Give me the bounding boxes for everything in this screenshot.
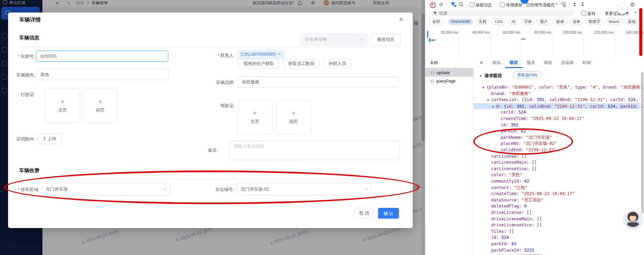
whitelist-type-select[interactable]: 白名单车辆 ∨ bbox=[301, 34, 367, 45]
edit-info-button[interactable]: 修改信息 bbox=[371, 34, 401, 45]
filter-chip-文档[interactable]: 文档 bbox=[475, 19, 489, 25]
payload-line[interactable]: brand: "本田雅阁" bbox=[491, 91, 531, 97]
filter-funnel-icon[interactable] bbox=[451, 2, 456, 7]
drive-upload-vice[interactable]: + 副页 bbox=[276, 100, 311, 135]
license-upload-main[interactable]: + 主页 bbox=[45, 88, 80, 123]
tab-载荷[interactable]: 载荷 bbox=[505, 57, 522, 68]
park-area-select[interactable]: 北门停车场 ∨ bbox=[41, 183, 170, 195]
filter-chip-CSS[interactable]: CSS bbox=[492, 19, 506, 25]
contact-source-button[interactable]: 获取员工数据 bbox=[283, 59, 319, 68]
filter-chip-套接字[interactable]: 套接字 bbox=[585, 19, 603, 25]
timeline-ruler[interactable]: 20,000 ms40,000 ms60,000 ms80,000 ms100,… bbox=[425, 26, 644, 58]
payload-line[interactable]: carId: 524 bbox=[501, 109, 526, 115]
cancel-button[interactable]: 取 消 bbox=[354, 208, 374, 219]
record-icon[interactable] bbox=[430, 2, 436, 8]
payload-line[interactable]: id: 524 bbox=[491, 234, 509, 241]
payload-line[interactable]: dataSource: "员工添加" bbox=[491, 197, 543, 203]
tab-预览[interactable]: 预览 bbox=[522, 57, 540, 68]
contact-source-button[interactable]: 现有的住户获取 bbox=[238, 59, 279, 68]
payload-line[interactable]: parkId: 63 bbox=[491, 241, 516, 247]
payload-scrollbar[interactable] bbox=[641, 72, 644, 214]
payload-line[interactable]: parkName: "北门停车场" bbox=[501, 134, 552, 140]
payload-line[interactable]: carLicenseVice: [] bbox=[491, 166, 537, 172]
assistant-avatar[interactable] bbox=[624, 210, 642, 228]
floating-handle[interactable]: ∷ bbox=[617, 3, 628, 14]
throttling-select[interactable]: 已停用节流模式 bbox=[526, 2, 554, 8]
payload-line[interactable]: validEnd: "2199-12-31" bbox=[501, 147, 556, 153]
plate-input[interactable] bbox=[36, 51, 168, 62]
divider bbox=[19, 46, 401, 47]
payload-line[interactable]: communityId: 42 bbox=[491, 178, 529, 184]
request-row-queryPage[interactable]: {}queryPage bbox=[425, 77, 473, 86]
filter-chip-全部[interactable]: 全部 bbox=[429, 19, 443, 25]
filter-chip-其他[interactable]: 其他 bbox=[625, 19, 639, 25]
annotation-red-bar bbox=[639, 8, 642, 56]
close-detail-icon[interactable]: ✕ bbox=[473, 60, 488, 65]
payload-line[interactable]: carLicenseMain: [] bbox=[491, 159, 537, 165]
expand-arrow-icon[interactable]: ▼ bbox=[492, 104, 494, 110]
close-icon[interactable]: ✕ bbox=[399, 16, 404, 23]
payload-line[interactable]: files: [] bbox=[491, 228, 514, 234]
tab-时间[interactable]: 时间 bbox=[578, 57, 595, 68]
payload-line[interactable]: placeNo: "北门停车场-02" bbox=[501, 140, 557, 147]
view-source-button[interactable]: 查看源代码 bbox=[513, 71, 542, 79]
payload-line[interactable]: parkPlaceId: 3231 bbox=[491, 247, 534, 253]
payload-line[interactable]: parkId: 62 bbox=[501, 128, 526, 134]
payload-line[interactable]: parkName: "北门停车场" bbox=[491, 253, 543, 255]
devtools-settings-gear-icon[interactable]: ⚙ bbox=[630, 1, 635, 8]
payload-line[interactable]: createTime: "2025-09-22 10:04:17" bbox=[501, 116, 584, 122]
filter-chip-Fetch/XHR[interactable]: Fetch/XHR bbox=[448, 19, 473, 25]
payload-line[interactable]: ▼0: {id: 392, validEnd: "2199-12-31", ca… bbox=[474, 103, 640, 109]
export-har-icon[interactable]: ↧ bbox=[581, 2, 585, 7]
payload-line[interactable]: carLicense: [] bbox=[491, 153, 527, 159]
network-filter-input[interactable]: 过滤 bbox=[431, 10, 574, 16]
filter-chip-字体[interactable]: 字体 bbox=[521, 19, 535, 25]
contact-tag[interactable]: 江艳(18878383585)✕ bbox=[237, 50, 284, 59]
fetch-icon: {} bbox=[430, 71, 435, 75]
filter-chip-图片[interactable]: 图片 bbox=[537, 19, 551, 25]
contact-tag-value: 江艳(18878383585) bbox=[240, 52, 276, 57]
network-toolbar: ⊘ 保留日志 停用缓存 已停用节流模式 ▼ ↥ ↧ ⚙ bbox=[425, 0, 644, 9]
network-conditions-icon[interactable] bbox=[561, 2, 566, 7]
invert-checkbox[interactable] bbox=[581, 11, 586, 15]
import-har-icon[interactable]: ↥ bbox=[573, 2, 577, 7]
upload-button[interactable]: ↥ 上传 bbox=[37, 133, 62, 144]
payload-line[interactable]: id: 392 bbox=[501, 122, 518, 128]
tab-响应[interactable]: 响应 bbox=[540, 57, 557, 68]
payload-line[interactable]: deletedFlag: 0 bbox=[491, 203, 527, 209]
collapse-arrow-icon[interactable]: ▼ bbox=[479, 74, 482, 78]
filter-chip-Wasm[interactable]: Wasm bbox=[606, 19, 622, 25]
tag-close-icon[interactable]: ✕ bbox=[278, 52, 281, 57]
payload-line[interactable]: driveLicenseMain: [] bbox=[491, 216, 542, 222]
names-column-header[interactable]: 名称 bbox=[425, 57, 473, 68]
place-no-select[interactable]: 北门停车场-02 ∨ bbox=[236, 183, 372, 195]
drive-upload-main[interactable]: + 主页 bbox=[237, 100, 272, 135]
remark-textarea[interactable]: 请输入备注信息 bbox=[229, 140, 399, 160]
payload-line[interactable]: driveLicenseVice: [] bbox=[491, 222, 542, 228]
clear-icon[interactable]: ⊘ bbox=[439, 1, 443, 7]
color-input[interactable] bbox=[36, 69, 168, 80]
license-upload-vice[interactable]: + 副页 bbox=[83, 88, 118, 123]
confirm-button[interactable]: 确 认 bbox=[378, 208, 399, 219]
tab-启动器[interactable]: 启动器 bbox=[557, 57, 578, 68]
payload-line[interactable]: ▼carFeeList: [{id: 392, validEnd: "2199-… bbox=[491, 97, 644, 103]
expand-arrow-icon[interactable]: ▼ bbox=[482, 85, 484, 91]
filter-chip-清单[interactable]: 清单 bbox=[569, 19, 583, 25]
request-row-update[interactable]: {}update bbox=[425, 68, 473, 77]
payload-line[interactable]: createTime: "2025-09-22 10:04:17" bbox=[491, 191, 575, 197]
payload-line[interactable]: driveLicense: [] bbox=[491, 210, 532, 216]
preserve-log-checkbox[interactable] bbox=[470, 2, 474, 7]
brand-input[interactable] bbox=[237, 76, 398, 88]
payload-line[interactable]: ▼{plateNo: "白00001", color: "黑色", type: … bbox=[486, 84, 644, 90]
payload-line[interactable]: color: "黑色" bbox=[491, 172, 522, 178]
chevron-down-icon: ∨ bbox=[164, 183, 166, 195]
expand-arrow-icon[interactable]: ▼ bbox=[487, 97, 489, 103]
payload-line[interactable]: contact: "江艳" bbox=[491, 185, 528, 191]
plus-icon: + bbox=[61, 98, 65, 105]
tab-标头[interactable]: 标头 bbox=[488, 57, 505, 68]
disable-cache-checkbox[interactable] bbox=[500, 2, 505, 7]
filter-chip-JS[interactable]: JS bbox=[508, 19, 518, 25]
contact-source-button[interactable]: 外部人员 bbox=[324, 59, 351, 68]
filter-chip-媒体[interactable]: 媒体 bbox=[553, 19, 567, 25]
search-icon[interactable] bbox=[459, 2, 464, 7]
